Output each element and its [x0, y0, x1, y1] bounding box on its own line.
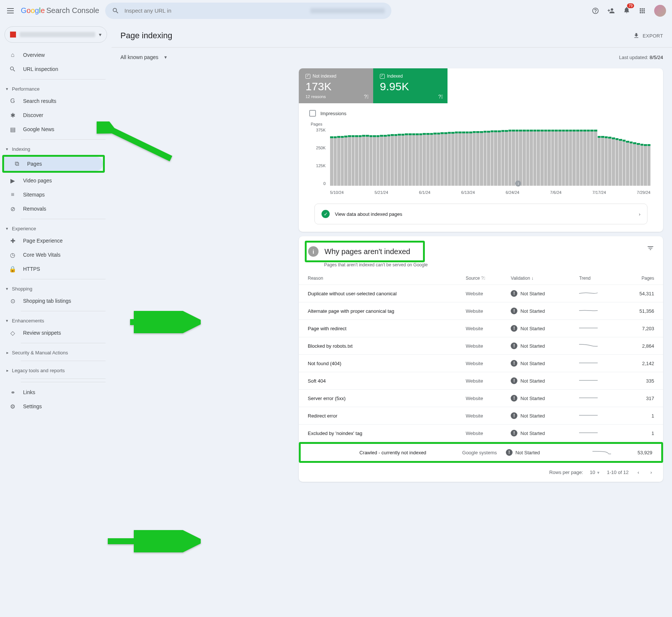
chart-bar[interactable]: [398, 136, 401, 186]
chart-bar[interactable]: [401, 136, 405, 186]
chart-bar[interactable]: [330, 138, 333, 186]
chart-bar[interactable]: [612, 139, 615, 186]
filter-icon[interactable]: [647, 244, 654, 254]
nav-settings[interactable]: ⚙ Settings: [0, 399, 105, 413]
chart-bar[interactable]: [373, 137, 376, 186]
nav-review-snippets[interactable]: ◇Review snippets: [0, 326, 105, 340]
chart-bar[interactable]: [433, 134, 437, 186]
chart-bar[interactable]: [640, 146, 644, 186]
chart-bar[interactable]: [547, 131, 551, 186]
pager-prev[interactable]: ‹: [635, 468, 641, 477]
chart-bar[interactable]: [458, 133, 462, 186]
chart-bar[interactable]: [540, 131, 544, 186]
nav-overview[interactable]: ⌂ Overview: [0, 48, 105, 62]
chart-bar[interactable]: [430, 135, 433, 186]
chart-bar[interactable]: [366, 137, 369, 186]
chart-bar[interactable]: [369, 137, 373, 186]
chart-bar[interactable]: [476, 133, 479, 186]
col-reason[interactable]: Reason: [299, 270, 461, 285]
table-row[interactable]: Redirect errorWebsite!Not Started1: [299, 407, 663, 425]
chart-bar[interactable]: [498, 132, 501, 186]
nav-group-experience[interactable]: ▾Experience: [0, 222, 112, 234]
chart-bar[interactable]: [384, 137, 387, 186]
nav-page-experience[interactable]: ✚Page Experience: [0, 234, 105, 248]
chart-bar[interactable]: [494, 132, 497, 186]
chart-bar[interactable]: [377, 137, 380, 186]
chart-bar[interactable]: [466, 133, 469, 186]
chart-bar[interactable]: [530, 131, 533, 186]
chart-bar[interactable]: [352, 137, 355, 186]
chart-bar[interactable]: [590, 131, 594, 186]
chart-bar[interactable]: [555, 131, 558, 186]
chart-bar[interactable]: [394, 136, 398, 186]
property-selector[interactable]: ▾: [4, 26, 107, 43]
table-row[interactable]: Crawled - currently not indexedGoogle sy…: [301, 444, 661, 461]
table-row[interactable]: Page with redirectWebsite!Not Started7,2…: [299, 320, 663, 337]
search-input[interactable]: [125, 7, 305, 14]
table-row[interactable]: Alternate page with proper canonical tag…: [299, 302, 663, 320]
chart-bar[interactable]: [484, 133, 487, 186]
chart-bar[interactable]: [537, 131, 540, 186]
chart-bar[interactable]: [623, 142, 626, 186]
rows-per-page-select[interactable]: 10 ▼: [590, 470, 600, 475]
chart-bar[interactable]: [491, 132, 494, 186]
chart-bar[interactable]: [423, 135, 426, 186]
export-button[interactable]: EXPORT: [633, 32, 663, 39]
chart-bar[interactable]: [616, 140, 619, 186]
chart-bar[interactable]: [516, 131, 519, 186]
nav-pages[interactable]: ⧉Pages: [4, 157, 103, 171]
chart-bar[interactable]: [594, 131, 597, 186]
nav-group-shopping[interactable]: ▾Shopping: [0, 282, 112, 294]
chart-bar[interactable]: [501, 132, 505, 186]
chart-bar[interactable]: [647, 146, 651, 186]
chart-bar[interactable]: [448, 134, 451, 186]
apps-icon[interactable]: [639, 7, 646, 14]
nav-sitemaps[interactable]: ≡Sitemaps: [0, 188, 105, 202]
nav-group-enhancements[interactable]: ▾Enhancements: [0, 314, 112, 326]
nav-shopping-tab-listings[interactable]: ⊙Shopping tab listings: [0, 294, 105, 308]
account-avatar[interactable]: [654, 5, 666, 17]
chart-bar[interactable]: [412, 135, 416, 186]
col-source[interactable]: Source ?⃝: [461, 270, 506, 285]
chart-bar[interactable]: [562, 131, 565, 186]
chart-bar[interactable]: [533, 131, 537, 186]
chart-bar[interactable]: [344, 137, 348, 186]
chart-bar[interactable]: [455, 133, 458, 186]
chart-bar[interactable]: [334, 138, 337, 186]
chart-bar[interactable]: [630, 143, 633, 186]
help-icon[interactable]: ?⃝: [438, 94, 443, 100]
pager-next[interactable]: ›: [648, 468, 654, 477]
chart-bar[interactable]: [619, 141, 622, 186]
chart-bar[interactable]: [426, 135, 430, 186]
chart-bar[interactable]: [587, 131, 590, 186]
chart-bar[interactable]: [408, 135, 412, 186]
chart-bar[interactable]: [380, 137, 383, 186]
nav-group-security-manual-actions[interactable]: ▾Security & Manual Actions: [0, 346, 112, 358]
chart-bar[interactable]: [508, 131, 512, 186]
chart-bar[interactable]: [416, 135, 419, 186]
nav-group-performance[interactable]: ▾Performance: [0, 82, 112, 94]
chart-bar[interactable]: [576, 131, 579, 186]
chart-bar[interactable]: [519, 131, 522, 186]
page-filter-dropdown[interactable]: All known pages ▼: [120, 54, 168, 60]
chart-bar[interactable]: [469, 133, 472, 186]
nav-video-pages[interactable]: ▶Video pages: [0, 173, 105, 188]
chart-bar[interactable]: [337, 138, 340, 186]
chart-bar[interactable]: [359, 137, 362, 186]
view-indexed-pages-button[interactable]: ✓ View data about indexed pages ›: [314, 204, 647, 224]
chart-bar[interactable]: [644, 146, 647, 186]
chart-bar[interactable]: [605, 138, 608, 186]
chart-bar[interactable]: [512, 131, 515, 186]
chart-bar[interactable]: [526, 131, 530, 186]
chart-bar[interactable]: [387, 136, 391, 186]
table-row[interactable]: Server error (5xx)Website!Not Started317: [299, 390, 663, 407]
table-row[interactable]: Soft 404Website!Not Started335: [299, 372, 663, 390]
help-icon[interactable]: ?⃝: [364, 94, 369, 100]
table-row[interactable]: Excluded by 'noindex' tagWebsite!Not Sta…: [299, 425, 663, 442]
col-validation[interactable]: Validation ↓: [506, 270, 575, 285]
chart-bar[interactable]: [451, 134, 455, 186]
chart-bar[interactable]: [473, 133, 476, 186]
help-icon[interactable]: [592, 7, 599, 14]
nav-group-legacy-tools-and-reports[interactable]: ▾Legacy tools and reports: [0, 364, 112, 376]
chart-bar[interactable]: [440, 134, 444, 186]
